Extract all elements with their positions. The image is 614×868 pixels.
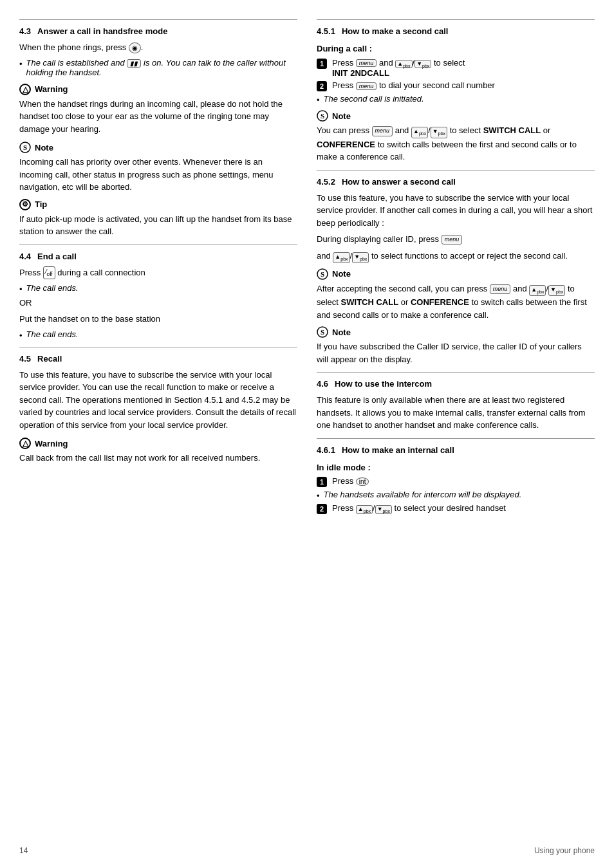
warning-2-icon: △	[19, 438, 31, 449]
note-4-5-2-2: S Note If you have subscribed the Caller…	[317, 326, 595, 365]
section-4-5-2-title: How to answer a second call	[342, 177, 456, 187]
note-4-5-2-1: S Note After accepting the second call, …	[317, 268, 595, 321]
int-key: int	[356, 477, 369, 486]
section-4-3: 4.3 Answer a call in handsfree mode When…	[19, 26, 297, 77]
step-4-6-1-num-2: 2	[317, 504, 327, 514]
step-4-6-1-num-1: 1	[317, 477, 327, 487]
nav-key-2: ▲pbx/▼pbx	[333, 251, 371, 261]
note-4-5-2-2-title: Note	[332, 328, 351, 337]
section-4-5-content: To use this feature, you have to subscri…	[19, 369, 297, 432]
nav-key-3: ▲pbx/▼pbx	[529, 284, 568, 293]
tip-1: ⚙ Tip If auto pick-up mode is activated,…	[19, 199, 297, 238]
conference-label-2: CONFERENCE	[411, 297, 469, 307]
tip-1-title: Tip	[35, 199, 47, 209]
section-4-6-1-title: How to make an internal call	[342, 445, 454, 455]
menu-key-1: menu	[356, 59, 377, 67]
init-2ndcall-label: INIT 2NDCALL	[332, 68, 389, 78]
note-4-5-1-title: Note	[332, 111, 351, 121]
section-4-3-title: Answer a call in handsfree mode	[37, 26, 167, 36]
section-4-5-title: Recall	[37, 354, 62, 364]
nav-key-note: ▲pbx/▼pbx	[411, 125, 450, 135]
section-4-5-2-content3: and ▲pbx/▼pbx to select functions to acc…	[317, 250, 595, 263]
section-4-5-1-title: How to make a second call	[342, 26, 448, 36]
svg-text:S: S	[23, 143, 27, 151]
divider-4-5	[19, 347, 297, 347]
section-4-4-title: End a call	[37, 252, 77, 261]
section-4-5-1-number: 4.5.1	[317, 26, 335, 39]
section-4-6-number: 4.6	[317, 379, 328, 391]
section-4-6-1: 4.6.1 How to make an internal call In id…	[317, 445, 595, 515]
menu-key-note: menu	[372, 126, 393, 136]
conference-label-1: CONFERENCE	[317, 140, 375, 149]
section-4-5-1: 4.5.1 How to make a second call During a…	[317, 26, 595, 163]
section-4-4: 4.4 End a call Press ∕off during a call …	[19, 252, 297, 340]
note-1-title: Note	[35, 143, 53, 152]
divider-4-6	[317, 372, 595, 373]
page-number: 14	[19, 846, 28, 855]
section-4-4-or: OR	[19, 297, 297, 309]
section-4-4-number: 4.4	[19, 252, 31, 264]
section-4-5-number: 4.5	[19, 354, 31, 366]
svg-text:S: S	[321, 112, 324, 120]
note-4-5-1-content: You can press menu and ▲pbx/▼pbx to sele…	[317, 124, 595, 163]
note-4-5-2-2-content: If you have subscribed the Caller ID ser…	[317, 340, 595, 365]
section-4-3-content: When the phone rings, press ◉.	[19, 41, 297, 54]
switch-call-label-2: SWITCH CALL	[341, 297, 399, 307]
warning-1-title: Warning	[35, 84, 68, 94]
note-4-5-2-1-content: After accepting the second call, you can…	[317, 282, 595, 321]
section-4-6-1-number: 4.6.1	[317, 445, 335, 457]
step-4-6-1-2: 2 Press ▲pbx/▼pbx to select your desired…	[317, 503, 595, 514]
section-4-4-content2: Put the handset on to the base station	[19, 313, 297, 326]
warning-2-content: Call back from the call list may not wor…	[19, 452, 297, 465]
end-off-key: ∕off	[43, 266, 55, 279]
section-4-6-title: How to use the intercom	[335, 379, 432, 389]
warning-2: △ Warning Call back from the call list m…	[19, 438, 297, 465]
speaker-key: ◉	[129, 42, 141, 53]
footer-right-text: Using your phone	[534, 846, 595, 855]
right-column: 4.5.1 How to make a second call During a…	[317, 13, 595, 518]
warning-2-title: Warning	[35, 439, 68, 448]
menu-key-2: menu	[356, 82, 377, 90]
warning-1-content: When the handset rings during an incomin…	[19, 98, 297, 136]
nav-key-1: ▲pbx/▼pbx	[395, 58, 434, 68]
mute-key: ▮▮	[127, 59, 141, 68]
section-4-4-bullet2: • The call ends.	[19, 329, 297, 340]
nav-key-4: ▲pbx/▼pbx	[356, 503, 395, 513]
section-4-5-2-content: To use this feature, you have to subscri…	[317, 192, 595, 230]
section-4-5-2-content2: During displaying caller ID, press menu	[317, 233, 595, 246]
divider-4-5-2	[317, 170, 595, 171]
warning-1: △ Warning When the handset rings during …	[19, 84, 297, 136]
step-num-1: 1	[317, 59, 327, 69]
top-divider-left	[19, 19, 297, 20]
note-4-5-2-icon: S	[317, 268, 328, 280]
section-4-5-2: 4.5.2 How to answer a second call To use…	[317, 177, 595, 366]
switch-call-label-1: SWITCH CALL	[483, 125, 541, 135]
idle-mode-label: In idle mode :	[317, 461, 595, 474]
step-4-5-1-1: 1 Press menu and ▲pbx/▼pbx to select INI…	[317, 58, 595, 78]
second-call-bullet: • The second call is initiated.	[317, 94, 595, 105]
top-divider-right	[317, 19, 595, 20]
note-1-content: Incoming call has priority over other ev…	[19, 156, 297, 194]
divider-4-6-1	[317, 438, 595, 439]
menu-key-3: menu	[442, 235, 463, 245]
section-4-4-content1: Press ∕off during a call connection	[19, 266, 297, 279]
note-4-5-1: S Note You can press menu and ▲pbx/▼pbx …	[317, 110, 595, 163]
svg-text:S: S	[321, 270, 324, 278]
section-4-3-bullet: • The call is established and ▮▮ is on. …	[19, 58, 297, 77]
note-4-5-1-icon: S	[317, 110, 328, 122]
section-4-6-content: This feature is only available when ther…	[317, 394, 595, 432]
warning-icon: △	[19, 84, 31, 95]
left-column: 4.3 Answer a call in handsfree mode When…	[19, 13, 297, 518]
step-num-2: 2	[317, 81, 327, 91]
note-4-5-2-2-icon: S	[317, 326, 328, 338]
section-4-3-number: 4.3	[19, 26, 31, 39]
tip-icon: ⚙	[19, 199, 31, 210]
note-1: S Note Incoming call has priority over o…	[19, 142, 297, 194]
step-4-6-1-1-bullet: • The handsets available for intercom wi…	[317, 490, 595, 501]
tip-1-content: If auto pick-up mode is activated, you c…	[19, 213, 297, 238]
svg-text:S: S	[321, 328, 324, 336]
section-4-5-2-number: 4.5.2	[317, 177, 335, 189]
section-4-6: 4.6 How to use the intercom This feature…	[317, 379, 595, 432]
step-4-5-1-2: 2 Press menu to dial your second call nu…	[317, 80, 595, 91]
during-call-label: During a call :	[317, 42, 595, 55]
